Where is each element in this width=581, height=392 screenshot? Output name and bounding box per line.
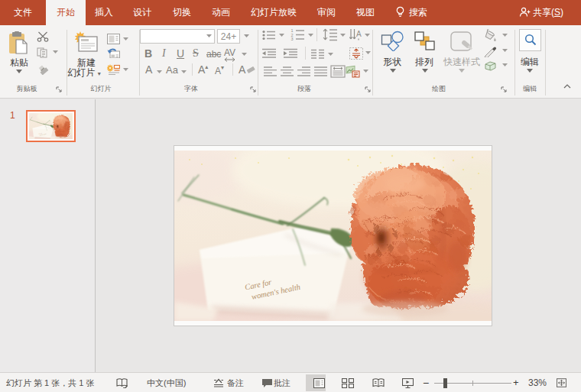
- svg-text:A: A: [356, 30, 362, 38]
- svg-text:3: 3: [291, 37, 294, 41]
